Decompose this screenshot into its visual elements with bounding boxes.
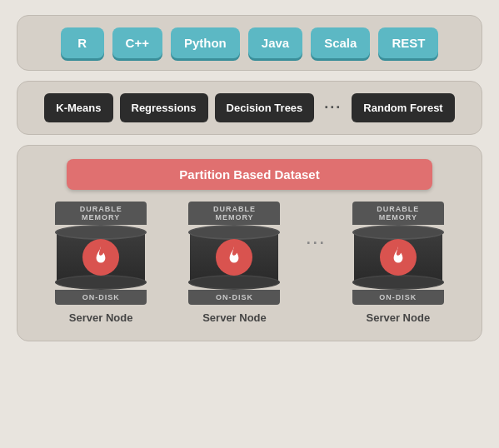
flame-svg-3 <box>387 246 409 268</box>
cyl-bottom-3 <box>352 275 444 290</box>
cyl-bottom-1 <box>55 275 147 290</box>
lang-scala-button[interactable]: Scala <box>311 27 370 58</box>
server-node-3: DURABLE MEMORY ON-DISK Server Node <box>332 202 465 324</box>
cyl-top-3 <box>352 225 444 240</box>
server-node-label-2: Server Node <box>202 311 267 324</box>
durable-memory-label-2: DURABLE MEMORY <box>188 202 280 225</box>
cyl-top-2 <box>188 225 280 240</box>
lang-rest-button[interactable]: REST <box>378 27 438 58</box>
nodes-ellipsis: ··· <box>302 202 332 252</box>
partition-section: Partition Based Dataset DURABLE MEMORY <box>17 145 482 341</box>
durable-memory-label-3: DURABLE MEMORY <box>352 202 444 225</box>
cyl-body-2 <box>190 232 278 282</box>
algo-regressions-button[interactable]: Regressions <box>120 93 208 122</box>
lang-java-button[interactable]: Java <box>248 27 302 58</box>
algorithms-ellipsis: ··· <box>321 99 345 117</box>
algorithms-section: K-Means Regressions Decision Trees ··· R… <box>17 81 482 135</box>
db-container-2: DURABLE MEMORY ON-DISK <box>184 202 284 305</box>
ondisk-label-2: ON-DISK <box>188 290 280 305</box>
db-container-3: DURABLE MEMORY ON-DISK <box>348 202 448 305</box>
ondisk-label-3: ON-DISK <box>352 290 444 305</box>
partition-header: Partition Based Dataset <box>67 159 432 190</box>
cyl-body-3 <box>354 232 442 282</box>
flame-icon-1 <box>82 239 119 276</box>
durable-memory-label-1: DURABLE MEMORY <box>55 202 147 225</box>
server-node-1: DURABLE MEMORY ON-DISK Server Node <box>34 202 167 324</box>
languages-section: R C++ Python Java Scala REST <box>17 15 482 71</box>
ondisk-label-1: ON-DISK <box>55 290 147 305</box>
db-cylinder-1 <box>55 225 147 290</box>
cyl-top-1 <box>55 225 147 240</box>
db-cylinder-3 <box>352 225 444 290</box>
cyl-bottom-2 <box>188 275 280 290</box>
server-node-2: DURABLE MEMORY ON-DISK Server Node <box>167 202 301 324</box>
lang-cpp-button[interactable]: C++ <box>112 27 162 58</box>
db-container-1: DURABLE MEMORY ON-DISK <box>51 202 151 305</box>
algo-random-forest-button[interactable]: Random Forest <box>352 93 454 122</box>
flame-icon-2 <box>216 239 252 276</box>
flame-svg-1 <box>90 246 112 268</box>
server-nodes-row: DURABLE MEMORY ON-DISK Server Node <box>34 202 465 324</box>
cyl-body-1 <box>57 232 145 282</box>
server-node-label-1: Server Node <box>69 311 133 324</box>
lang-r-button[interactable]: R <box>61 27 104 58</box>
algo-kmeans-button[interactable]: K-Means <box>44 93 112 122</box>
server-node-label-3: Server Node <box>367 311 431 324</box>
flame-icon-3 <box>380 239 417 276</box>
db-cylinder-2 <box>188 225 280 290</box>
lang-python-button[interactable]: Python <box>171 27 240 58</box>
algo-decision-trees-button[interactable]: Decision Trees <box>215 93 315 122</box>
flame-svg-2 <box>223 246 245 268</box>
